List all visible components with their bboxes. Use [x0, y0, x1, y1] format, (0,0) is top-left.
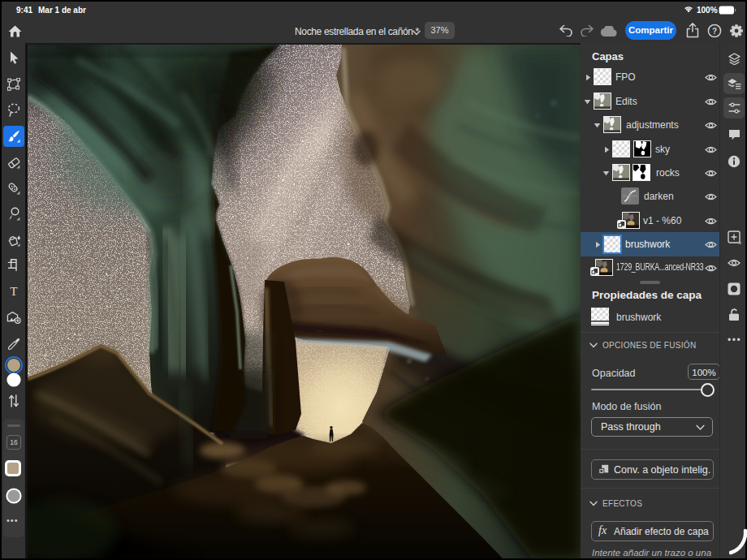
svg-text:T: T: [10, 284, 18, 297]
svg-text:?: ?: [712, 27, 717, 36]
